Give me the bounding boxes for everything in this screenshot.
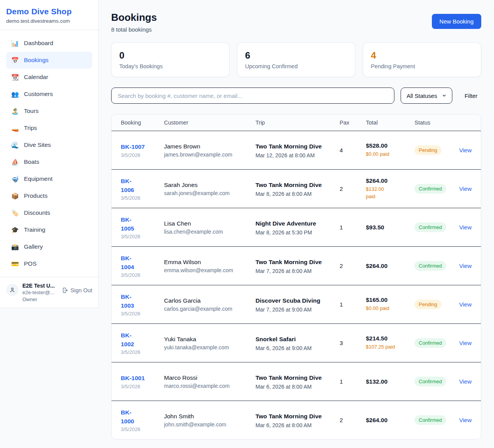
booking-id-link[interactable]: BK-1007	[121, 142, 145, 151]
sidebar-item-calendar[interactable]: 📆 Calendar	[6, 69, 92, 86]
view-link[interactable]: View	[459, 340, 472, 346]
sign-out-button[interactable]: Sign Out	[62, 287, 92, 293]
total-cell: $264.00 $132.00 paid	[366, 177, 414, 200]
credit-card-icon: 💳	[11, 260, 19, 268]
user-name: E2E Test U...	[22, 282, 58, 289]
booking-id-link[interactable]: BK-1001	[121, 374, 145, 382]
sidebar-item-tours[interactable]: 🏝️ Tours	[6, 103, 92, 120]
booking-cell: BK-1002 3/5/2026	[121, 331, 164, 355]
paid-amount: $132.00 paid	[366, 186, 388, 200]
sidebar-item-pos[interactable]: 💳 POS	[6, 255, 92, 272]
booking-cell: BK-1004 3/5/2026	[121, 254, 164, 278]
shop-domain: demo.test.divestreams.com	[6, 18, 92, 24]
sidebar-item-discounts[interactable]: 🏷️ Discounts	[6, 204, 92, 221]
sidebar-item-dashboard[interactable]: 📊 Dashboard	[6, 35, 92, 52]
view-link[interactable]: View	[459, 417, 472, 423]
sidebar-item-label: Boats	[24, 158, 39, 165]
view-link[interactable]: View	[459, 147, 472, 153]
sidebar-item-boats[interactable]: ⛵ Boats	[6, 153, 92, 170]
page-header: Bookings 8 total bookings New Booking	[111, 12, 481, 33]
tear-off-calendar-icon: 📆	[11, 74, 19, 81]
booking-id-link[interactable]: BK-1000	[121, 408, 139, 426]
sidebar-item-label: Dive Sites	[24, 141, 51, 148]
trip-cell: Two Tank Morning Dive Mar 6, 2026 at 8:0…	[255, 412, 340, 428]
booking-id-link[interactable]: BK-1002	[121, 331, 139, 349]
view-link[interactable]: View	[459, 263, 472, 269]
view-link[interactable]: View	[459, 224, 472, 231]
new-booking-button[interactable]: New Booking	[432, 14, 481, 29]
booking-id-link[interactable]: BK-1006	[121, 177, 139, 195]
paid-amount: $107.25 paid	[366, 344, 395, 351]
customer-cell: John Smith john.smith@example.com	[164, 413, 255, 428]
trip-name: Two Tank Morning Dive	[255, 373, 334, 382]
pax-value: 4	[340, 147, 366, 153]
sidebar-item-customers[interactable]: 👥 Customers	[6, 86, 92, 103]
trip-cell: Two Tank Morning Dive Mar 7, 2026 at 8:0…	[255, 258, 340, 274]
booking-date: 3/5/2026	[121, 152, 159, 158]
bookings-table: Booking Customer Trip Pax Total Status B…	[111, 114, 481, 440]
status-filter-select[interactable]: All Statuses	[401, 88, 452, 104]
total-cell: $132.00	[366, 378, 414, 385]
sidebar-item-bookings[interactable]: 📅 Bookings	[6, 52, 92, 69]
column-header-pax: Pax	[340, 120, 366, 126]
table-row: BK-1000 3/5/2026 John Smith john.smith@e…	[112, 401, 481, 439]
sidebar-item-dive-sites[interactable]: 🌊 Dive Sites	[6, 136, 92, 153]
customer-email: john.smith@example.com	[164, 421, 250, 428]
pax-value: 1	[340, 301, 366, 308]
trip-datetime: Mar 6, 2026 at 8:00 AM	[255, 384, 334, 390]
table-row: BK-1002 3/5/2026 Yuki Tanaka yuki.tanaka…	[112, 323, 481, 362]
booking-id-link[interactable]: BK-1003	[121, 292, 139, 310]
column-header-status: Status	[414, 120, 457, 126]
sidebar-item-products[interactable]: 📦 Products	[6, 187, 92, 204]
view-link[interactable]: View	[459, 378, 472, 385]
total-cell: $214.50 $107.25 paid	[366, 335, 414, 351]
booking-date: 3/5/2026	[121, 195, 159, 201]
sidebar-item-equipment[interactable]: 🤿 Equipment	[6, 170, 92, 187]
bookings-count: 8 total bookings	[111, 26, 157, 33]
sidebar-item-gallery[interactable]: 📸 Gallery	[6, 238, 92, 255]
shop-name: Demo Dive Shop	[6, 7, 92, 16]
sidebar-item-label: Equipment	[24, 175, 52, 182]
customer-cell: Carlos Garcia carlos.garcia@example.com	[164, 297, 255, 312]
sidebar-item-trips[interactable]: 🚤 Trips	[6, 120, 92, 136]
trip-name: Discover Scuba Diving	[255, 296, 334, 305]
pax-value: 3	[340, 340, 366, 346]
trip-name: Snorkel Safari	[255, 335, 334, 344]
customer-name: Marco Rossi	[164, 374, 250, 381]
table-row: BK-1005 3/5/2026 Lisa Chen lisa.chen@exa…	[112, 208, 481, 246]
booking-cell: BK-1007 3/5/2026	[121, 142, 164, 158]
status-badge: Pending	[414, 145, 442, 155]
trip-datetime: Mar 8, 2026 at 5:30 PM	[255, 229, 334, 236]
island-icon: 🏝️	[11, 108, 19, 115]
customer-email: james.brown@example.com	[164, 152, 250, 158]
user-email: e2e-tester@...	[22, 289, 58, 296]
paid-amount: $0.00 paid	[366, 151, 389, 158]
trip-cell: Two Tank Morning Dive Mar 6, 2026 at 8:0…	[255, 373, 340, 390]
stat-label: Today's Bookings	[119, 63, 222, 69]
booking-id-link[interactable]: BK-1005	[121, 215, 139, 233]
search-input[interactable]	[111, 88, 394, 104]
sidebar-item-training[interactable]: 🎓 Training	[6, 221, 92, 238]
table-row: BK-1003 3/5/2026 Carlos Garcia carlos.ga…	[112, 285, 481, 323]
trip-name: Two Tank Morning Dive	[255, 412, 334, 421]
view-link[interactable]: View	[459, 301, 472, 308]
status-cell: Pending	[414, 300, 457, 309]
diving-mask-icon: 🤿	[11, 175, 19, 183]
total-amount: $214.50	[366, 335, 409, 342]
user-role: Owner	[22, 296, 58, 303]
logout-icon	[62, 287, 68, 293]
total-amount: $264.00	[366, 263, 409, 269]
paid-amount: $0.00 paid	[366, 305, 389, 312]
trip-name: Two Tank Morning Dive	[255, 180, 334, 190]
total-cell: $264.00	[366, 417, 414, 424]
trip-datetime: Mar 6, 2026 at 8:00 AM	[255, 422, 334, 428]
stat-value: 4	[371, 50, 473, 61]
filter-button[interactable]: Filter	[461, 89, 481, 102]
status-cell: Confirmed	[414, 261, 457, 271]
view-link[interactable]: View	[459, 185, 472, 192]
customer-email: marco.rossi@example.com	[164, 383, 250, 389]
trip-cell: Night Dive Adventure Mar 8, 2026 at 5:30…	[255, 219, 340, 236]
stat-value: 6	[245, 50, 347, 61]
chevron-down-icon	[442, 93, 447, 98]
booking-id-link[interactable]: BK-1004	[121, 254, 139, 272]
